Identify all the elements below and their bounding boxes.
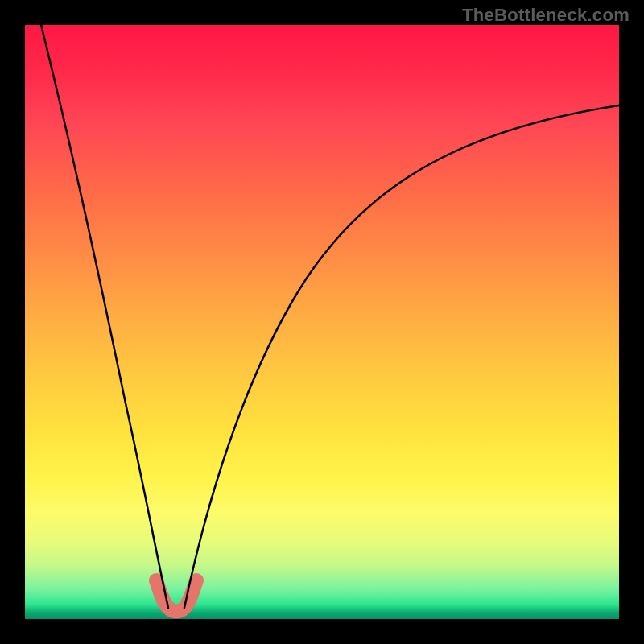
watermark-text: TheBottleneck.com — [462, 5, 630, 26]
chart-plot-area — [25, 25, 619, 619]
bottleneck-curve — [25, 25, 619, 619]
curve-right — [184, 105, 619, 608]
highlight-dip — [156, 580, 196, 612]
curve-left — [41, 25, 168, 608]
